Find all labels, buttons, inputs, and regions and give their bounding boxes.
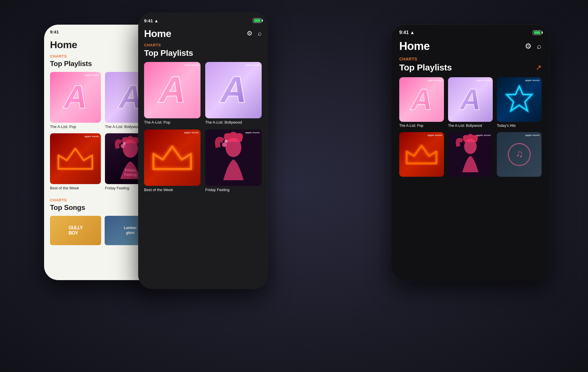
- am-badge-bestofweek-light: apple music: [84, 135, 99, 138]
- art-todays-hits-darkest: [497, 77, 542, 122]
- am-badge-bestofweek-dark: apple music: [184, 131, 199, 134]
- notch-light: [82, 25, 123, 33]
- playlist-label-pop-darkest: The A-List: Pop: [399, 124, 444, 128]
- gear-icon-darkest[interactable]: ⚙: [525, 42, 532, 51]
- thumb-friday-darkest: apple music: [448, 132, 493, 177]
- svg-text:A: A: [459, 83, 481, 115]
- battery-fill-dark-main: [254, 19, 260, 22]
- thumb-bestofweek-light: apple music: [50, 133, 101, 184]
- playlist-item-bestofweek-darkest[interactable]: apple music: [399, 132, 444, 179]
- playlist-label-bollywood-dark: The A-List: Bollywood: [205, 120, 262, 125]
- art-a-list-pop-dark: A A: [144, 62, 201, 118]
- playlist-item-a-list-pop-light[interactable]: A A apple: [50, 72, 101, 129]
- am-badge-pop-dark: apple music: [184, 64, 199, 66]
- am-badge-todays-hits-darkest: apple music: [525, 79, 540, 82]
- playlist-label-bestofweek-light: Best of the Week: [50, 186, 101, 191]
- svg-text:A: A: [63, 79, 87, 115]
- playlist-grid-dark-main: A A apple: [144, 62, 262, 193]
- am-badge-friday-dark: apple music: [245, 131, 260, 134]
- playlist-label-todays-hits-darkest: Today's Hits: [497, 124, 542, 128]
- playlist-item-friday-darkest[interactable]: apple music: [448, 132, 493, 179]
- app-title-darkest: Home: [399, 40, 430, 53]
- playlist-item-bollywood-dark[interactable]: A A apple: [205, 62, 262, 125]
- battery-icon-darkest: [533, 30, 542, 35]
- svg-text:A: A: [410, 83, 432, 115]
- art-a-list-pop-light: A A: [50, 72, 101, 123]
- am-badge-bollywood-darkest: apple music: [476, 79, 491, 82]
- svg-point-6: [123, 142, 126, 145]
- scene: 9:41 ▲ Home ⚙ ⌕ CHARTS Top Play: [15, 10, 573, 362]
- phone-dark-main: 9:41 ▲ Home ⚙ ⌕ CHARTS Top Playlists: [138, 13, 268, 289]
- playlist-item-friday-dark[interactable]: apple music Friday Feeling: [205, 129, 262, 193]
- playlist-label-pop-dark: The A-List: Pop: [144, 120, 201, 125]
- gear-icon-dark-main[interactable]: ⚙: [247, 30, 253, 37]
- am-badge-bestofweek-darkest: apple music: [427, 134, 442, 137]
- thumb-a-list-pop-dark: A A apple: [144, 62, 201, 118]
- thumb-bollywood-dark: A A apple: [205, 62, 262, 118]
- playlist-item-bestofweek-dark[interactable]: apple music Best of the Week: [144, 129, 201, 193]
- svg-point-15: [222, 143, 227, 147]
- second-row-darkest: apple music: [399, 132, 542, 179]
- art-gully-light: GULLYBOY: [50, 216, 101, 245]
- header-icons-darkest: ⚙ ⌕: [525, 42, 542, 51]
- art-a-list-pop-darkest: A A: [399, 77, 444, 122]
- art-bollywood-dark: A A: [205, 62, 262, 118]
- thumb-todays-hits-darkest: apple music: [497, 77, 542, 122]
- am-badge-bollywood-dark: apple music: [245, 64, 260, 66]
- art-bestofweek-darkest: [399, 132, 444, 177]
- svg-text:Friday: Friday: [125, 168, 136, 172]
- app-header-darkest: Home ⚙ ⌕: [391, 38, 550, 57]
- svg-marker-22: [507, 86, 532, 111]
- status-icons-darkest: [533, 30, 542, 35]
- playlist-item-todays-hits-darkest[interactable]: apple music Today's Hits: [497, 77, 542, 128]
- section-title-playlists-dark-main: Top Playlists: [144, 48, 262, 58]
- letter-a-pop-dark-svg: A A: [152, 70, 193, 110]
- thumb-bestofweek-dark: apple music: [144, 129, 201, 186]
- letter-a-bollywood-dark-svg: A A: [213, 70, 254, 110]
- am-badge-pop-light: apple music: [84, 74, 99, 76]
- time-darkest: 9:41 ▲: [399, 30, 415, 35]
- playlist-label-bestofweek-dark: Best of the Week: [144, 188, 201, 193]
- art-bollywood-darkest: A A: [448, 77, 493, 122]
- section-playlists-dark-main: CHARTS Top Playlists A A: [138, 43, 268, 198]
- thumb-friday-dark: apple music: [205, 129, 262, 186]
- app-header-dark-main: Home ⚙ ⌕: [138, 26, 268, 43]
- am-badge-friday-darkest: apple music: [476, 134, 491, 137]
- header-icons-dark-main: ⚙ ⌕: [247, 30, 262, 37]
- phone-dark-sm-content: 9:41 ▲ Home ⚙ ⌕ CHARTS Top Pla: [391, 25, 550, 280]
- search-icon-darkest[interactable]: ⌕: [537, 42, 542, 51]
- playlist-grid-darkest-row2: apple music: [399, 132, 542, 179]
- charts-label-dark-main: CHARTS: [144, 43, 262, 47]
- playlist-label-friday-dark: Friday Feeling: [205, 188, 262, 193]
- playlist-item-a-list-pop-dark[interactable]: A A apple: [144, 62, 201, 125]
- art-bestofweek-light: [50, 133, 101, 184]
- art-extra-darkest: ♫: [497, 132, 542, 177]
- thumb-bollywood-darkest: A A apple: [448, 77, 493, 122]
- letter-a-bollywood-darkest-svg: A A: [454, 83, 486, 115]
- playlist-item-bestofweek-light[interactable]: apple music Best of the Week: [50, 133, 101, 191]
- thumb-a-list-pop-light: A A apple: [50, 72, 101, 123]
- friday-svg-dark: [205, 129, 262, 186]
- charts-label-darkest: CHARTS: [399, 57, 542, 61]
- song-thumb-gully-light[interactable]: GULLYBOY: [50, 216, 101, 245]
- crown-svg-dark: [150, 138, 195, 177]
- extra-svg: ♫: [504, 139, 535, 170]
- art-bestofweek-dark: [144, 129, 201, 186]
- status-icons-dark-main: [253, 18, 262, 23]
- search-icon-dark-main[interactable]: ⌕: [258, 30, 262, 37]
- svg-text:Feeling: Feeling: [124, 173, 136, 177]
- playlist-item-extra-darkest[interactable]: ♫ apple music: [497, 132, 542, 179]
- svg-text:♫: ♫: [515, 148, 523, 159]
- svg-point-16: [224, 140, 228, 143]
- am-badge-pop-darkest: apple music: [427, 79, 442, 82]
- art-friday-darkest: [448, 132, 493, 177]
- playlist-item-bollywood-darkest[interactable]: A A apple: [448, 77, 493, 128]
- star-svg-darkest: [502, 83, 536, 116]
- section-header-darkest: Top Playlists ↗: [399, 63, 542, 73]
- thumb-a-list-pop-darkest: A A apple: [399, 77, 444, 122]
- playlist-item-a-list-pop-darkest[interactable]: A A apple: [399, 77, 444, 128]
- gully-text: GULLYBOY: [69, 225, 83, 236]
- crown-svg-darkest: [404, 139, 440, 170]
- letter-a-pop-darkest-svg: A A: [405, 83, 437, 115]
- letter-a-pop-svg: A A: [58, 79, 93, 115]
